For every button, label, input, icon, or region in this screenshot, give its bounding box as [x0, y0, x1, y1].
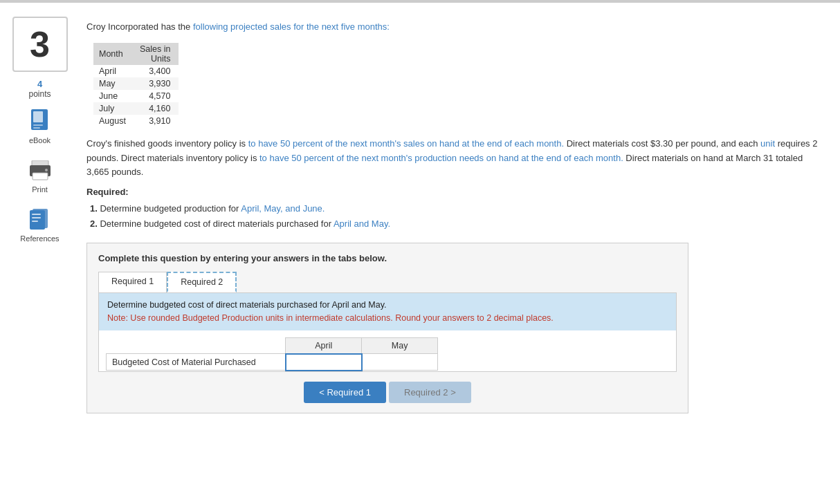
ebook-button[interactable]: eBook — [12, 106, 68, 148]
intro-highlight: following projected sales for the next f… — [193, 21, 390, 32]
requirement-1: 1. Determine budgeted production for Apr… — [90, 201, 819, 216]
intro-text-before: Croy Incorporated has the — [86, 21, 193, 32]
prev-label: < Required 1 — [319, 387, 371, 398]
question-intro: Croy Incorporated has the following proj… — [86, 20, 819, 35]
answer-row-label: Budgeted Cost of Material Purchased — [107, 354, 286, 371]
points-value: 4 — [28, 79, 51, 89]
tab-info-note: Note: Use rounded Budgeted Production un… — [107, 312, 668, 325]
tab-content: Determine budgeted cost of direct materi… — [98, 292, 677, 372]
print-label: Print — [32, 185, 48, 194]
answer-box: Complete this question by entering your … — [86, 243, 688, 413]
tab-info-bar: Determine budgeted cost of direct materi… — [99, 293, 676, 330]
may-input[interactable] — [363, 355, 437, 370]
svg-rect-12 — [32, 221, 38, 222]
ebook-label: eBook — [29, 136, 51, 144]
svg-rect-9 — [30, 210, 45, 230]
answer-table: April May Budgeted Cost of Material Purc… — [106, 337, 438, 371]
print-icon — [28, 160, 52, 181]
next-button: Required 2 > — [389, 382, 471, 403]
svg-rect-2 — [33, 124, 43, 126]
sales-row: April3,400 — [93, 65, 179, 77]
answer-april-input-cell[interactable] — [286, 354, 362, 371]
sales-month: August — [93, 115, 134, 127]
answer-row-budgeted-cost: Budgeted Cost of Material Purchased — [107, 354, 438, 371]
sales-row: August3,910 — [93, 115, 179, 127]
answer-col-april: April — [286, 337, 362, 354]
bottom-nav: < Required 1 Required 2 > — [98, 382, 677, 403]
svg-rect-11 — [32, 217, 41, 218]
sales-units: 3,910 — [134, 115, 179, 127]
required-label: Required: — [86, 187, 819, 197]
sales-month: April — [93, 65, 134, 77]
ebook-icon — [30, 109, 51, 134]
answer-table-wrap: April May Budgeted Cost of Material Purc… — [99, 330, 676, 371]
references-icon-box — [28, 207, 53, 232]
april-input[interactable] — [286, 355, 361, 370]
sidebar: 3 4 points eBook — [0, 10, 80, 504]
sales-month: July — [93, 102, 134, 115]
requirement-2: 2. Determine budgeted cost of direct mat… — [90, 216, 819, 232]
references-button[interactable]: References — [12, 204, 68, 246]
next-label: Required 2 > — [404, 387, 456, 398]
tab1-label: Required 1 — [111, 277, 154, 286]
references-icon — [28, 207, 52, 232]
description-text: Croy's finished goods inventory policy i… — [86, 137, 819, 180]
sales-col-month-header: Month — [93, 43, 134, 65]
sales-units: 3,930 — [134, 77, 179, 90]
sales-units: 3,400 — [134, 65, 179, 77]
points-label: 4 points — [28, 79, 51, 99]
sales-table: Month Sales in Units April3,400May3,930J… — [93, 43, 179, 127]
references-label: References — [20, 234, 59, 243]
sales-row: July4,160 — [93, 102, 179, 115]
sales-row: May3,930 — [93, 77, 179, 90]
svg-rect-3 — [33, 127, 40, 129]
tab-info-line1: Determine budgeted cost of direct materi… — [107, 299, 668, 312]
svg-point-7 — [45, 169, 48, 171]
ebook-icon-box — [28, 109, 53, 134]
points-text: points — [28, 89, 51, 99]
sales-month: June — [93, 90, 134, 102]
sales-units: 4,570 — [134, 90, 179, 102]
answer-box-title: Complete this question by entering your … — [98, 253, 677, 263]
tab-required1[interactable]: Required 1 — [98, 272, 167, 292]
sales-month: May — [93, 77, 134, 90]
svg-rect-4 — [32, 160, 48, 166]
sales-col-units-header: Sales in Units — [134, 43, 179, 65]
answer-col-empty — [107, 337, 286, 354]
prev-button[interactable]: < Required 1 — [304, 382, 386, 403]
print-icon-box — [28, 158, 53, 183]
sales-units: 4,160 — [134, 102, 179, 115]
main-content: Croy Incorporated has the following proj… — [80, 10, 840, 504]
print-button[interactable]: Print — [12, 155, 68, 197]
sales-row: June4,570 — [93, 90, 179, 102]
tabs-row: Required 1 Required 2 — [98, 272, 677, 292]
svg-rect-6 — [33, 173, 48, 180]
tab2-label: Required 2 — [181, 277, 223, 287]
svg-rect-1 — [33, 111, 43, 122]
tab-required2[interactable]: Required 2 — [167, 272, 237, 292]
answer-col-may: May — [362, 337, 438, 354]
svg-rect-10 — [32, 214, 41, 215]
answer-may-input-cell[interactable] — [362, 354, 438, 371]
question-number: 3 — [12, 17, 68, 72]
question-number-text: 3 — [30, 24, 50, 65]
requirements-list: 1. Determine budgeted production for Apr… — [86, 201, 819, 232]
